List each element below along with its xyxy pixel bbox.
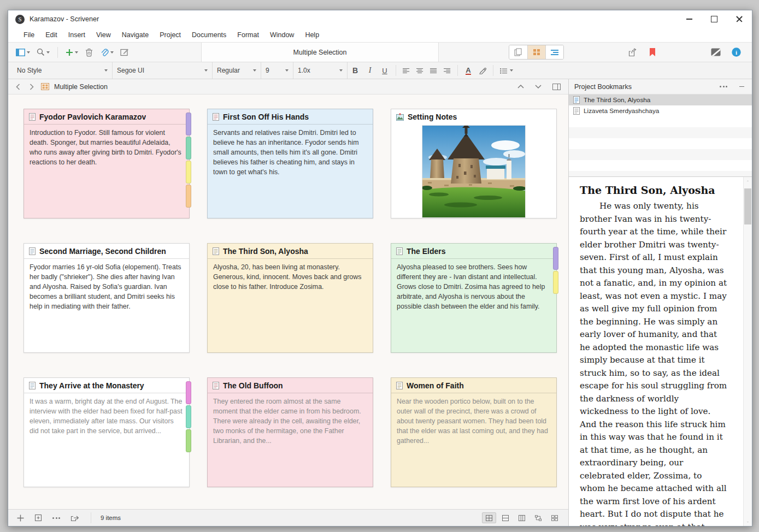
menu-view[interactable]: View xyxy=(91,28,116,42)
font-select[interactable]: Segoe UI xyxy=(113,62,213,79)
export-icon xyxy=(70,515,79,522)
inspector-button[interactable]: i xyxy=(729,46,743,58)
search-button[interactable] xyxy=(34,46,52,58)
justify-button[interactable] xyxy=(427,62,440,79)
card-title: First Son Off His Hands xyxy=(223,113,309,121)
index-card-they-arrive[interactable]: They Arrive at the Monastery It was a wa… xyxy=(23,377,190,487)
menu-edit[interactable]: Edit xyxy=(40,28,63,42)
keyword-chip xyxy=(186,113,191,135)
keyword-chip xyxy=(553,271,558,294)
search-icon xyxy=(37,48,45,56)
index-card-fyodor[interactable]: Fyodor Pavlovich Karamazov Introduction … xyxy=(23,109,190,218)
keyword-chips xyxy=(553,247,558,294)
index-card-third-son[interactable]: The Third Son, Alyosha Alyosha, 20, has … xyxy=(207,243,373,353)
main-toolbar: Multiple Selection xyxy=(8,42,752,62)
scroll-down-button[interactable] xyxy=(744,518,752,526)
scroll-thumb[interactable] xyxy=(744,188,751,224)
minimize-button[interactable] xyxy=(676,10,702,28)
align-right-button[interactable] xyxy=(440,62,454,79)
export-button[interactable] xyxy=(68,513,81,523)
index-card-first-son[interactable]: First Son Off His Hands Servants and rel… xyxy=(207,109,373,218)
style-select-value: No Style xyxy=(17,67,42,74)
add-button[interactable] xyxy=(15,513,26,523)
text-color-button[interactable]: A xyxy=(461,62,475,79)
trash-button[interactable] xyxy=(83,46,96,58)
editor-header: Multiple Selection xyxy=(8,79,568,94)
index-card-elders[interactable]: The Elders Alyosha pleased to see brothe… xyxy=(391,243,557,353)
setting-photo xyxy=(422,126,525,217)
bookmark-item[interactable]: The Third Son, Alyosha xyxy=(569,94,752,105)
bookmark-empty-row xyxy=(569,127,752,138)
close-button[interactable] xyxy=(727,10,752,28)
bookmark-item[interactable]: Lizaveta Smerdyashchaya xyxy=(569,105,752,116)
menu-navigate[interactable]: Navigate xyxy=(116,28,154,42)
photo-icon xyxy=(396,113,404,121)
scroll-up-button[interactable] xyxy=(744,177,752,185)
rows-view-button[interactable] xyxy=(498,512,513,523)
collapse-down-button[interactable] xyxy=(533,83,544,90)
preview-scrollbar[interactable] xyxy=(743,177,752,526)
menu-documents[interactable]: Documents xyxy=(186,28,232,42)
corkboard-view-button[interactable] xyxy=(527,45,545,59)
align-center-button[interactable] xyxy=(413,62,427,79)
keyword-chip xyxy=(186,405,191,428)
split-editor-button[interactable] xyxy=(550,82,563,92)
font-weight-select[interactable]: Regular xyxy=(213,62,261,79)
index-card-old-buffoon[interactable]: The Old Buffoon They entered the room al… xyxy=(207,377,373,487)
menu-project[interactable]: Project xyxy=(154,28,186,42)
back-button[interactable] xyxy=(14,82,22,92)
link-button[interactable] xyxy=(98,46,116,58)
document-view-button[interactable] xyxy=(509,45,527,59)
card-title: The Elders xyxy=(407,247,446,256)
add-document-button[interactable] xyxy=(32,512,44,523)
menu-insert[interactable]: Insert xyxy=(63,28,91,42)
list-button[interactable] xyxy=(497,62,516,79)
italic-button[interactable]: I xyxy=(363,62,377,79)
grid-view-button[interactable] xyxy=(482,512,496,523)
menu-format[interactable]: Format xyxy=(232,28,264,42)
index-card-second-marriage[interactable]: Second Marriage, Second Children Fyodor … xyxy=(23,243,190,353)
outline-view-button[interactable] xyxy=(545,45,563,59)
line-spacing-select[interactable]: 1.0x xyxy=(293,62,348,79)
chevron-down-icon xyxy=(75,51,78,54)
bookmark-preview: The Third Son, Alyosha He was only twent… xyxy=(569,177,752,526)
add-item-button[interactable] xyxy=(63,47,80,58)
style-select[interactable]: No Style xyxy=(13,62,113,79)
share-button[interactable] xyxy=(626,46,639,58)
maximize-button[interactable] xyxy=(702,10,727,28)
card-synopsis: Introduction to Fyodor. Still famous for… xyxy=(24,125,189,167)
keyword-chip xyxy=(186,161,191,184)
toolbar-separator xyxy=(57,47,58,58)
freeform-view-button[interactable] xyxy=(531,512,545,523)
font-size-select[interactable]: 9 xyxy=(261,62,293,79)
document-icon xyxy=(396,382,403,389)
binder-toggle-button[interactable] xyxy=(14,47,32,58)
bookmark-label: Lizaveta Smerdyashchaya xyxy=(584,107,659,115)
highlight-button[interactable] xyxy=(475,62,490,79)
chevron-down-icon xyxy=(285,69,289,72)
bookmark-button[interactable] xyxy=(647,46,658,58)
underline-button[interactable]: U xyxy=(377,62,392,79)
bold-button[interactable]: B xyxy=(348,62,363,79)
compose-mode-button[interactable] xyxy=(709,46,723,58)
index-card-women-of-faith[interactable]: Women of Faith Near the wooden portico b… xyxy=(391,377,557,487)
collapse-up-button[interactable] xyxy=(515,83,526,90)
rows-view-icon xyxy=(502,515,509,522)
font-weight-value: Regular xyxy=(217,67,240,74)
bookmarks-more-button[interactable] xyxy=(717,84,729,89)
compose-button[interactable] xyxy=(118,46,131,58)
menu-window[interactable]: Window xyxy=(264,28,299,42)
more-button[interactable] xyxy=(50,516,62,521)
split-editor-icon xyxy=(552,84,561,90)
collapse-panel-button[interactable] xyxy=(737,85,746,89)
forward-button[interactable] xyxy=(27,82,36,92)
columns-view-button[interactable] xyxy=(515,512,529,523)
label-view-button[interactable] xyxy=(548,512,562,523)
window-title: Karamazov - Scrivener xyxy=(30,15,99,23)
index-card-setting-notes[interactable]: Setting Notes xyxy=(391,109,557,218)
format-separator xyxy=(457,65,458,76)
menu-help[interactable]: Help xyxy=(299,28,325,42)
align-left-button[interactable] xyxy=(399,62,413,79)
menu-file[interactable]: File xyxy=(18,28,40,42)
chevron-down-icon xyxy=(204,69,208,72)
